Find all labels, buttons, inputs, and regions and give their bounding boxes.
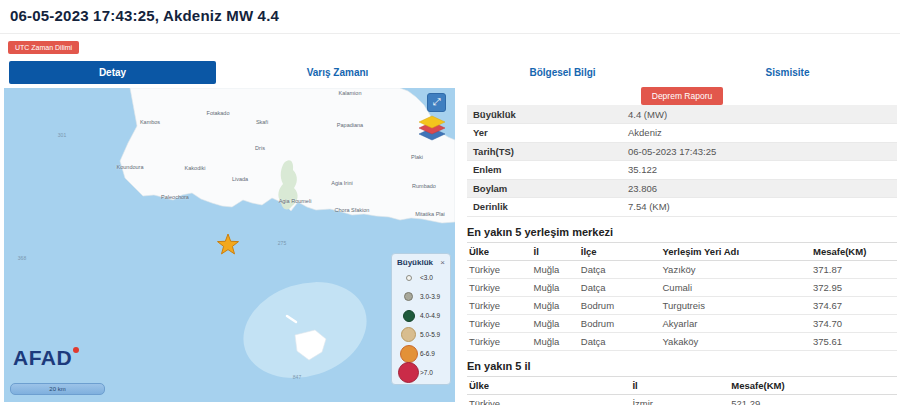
table-cell: 371.87 [811,260,897,278]
fullscreen-expand-icon[interactable]: ⤢ [427,93,446,112]
detail-value: 06-05-2023 17:43:25 [624,142,897,161]
table-cell: Türkiye [467,296,532,314]
legend-item: 3.0-3.9 [397,287,445,306]
table-cell: Cumali [660,278,811,296]
table-cell: Muğla [532,260,579,278]
nearest-provinces-table: ÜlkeİlMesafe(KM) Türkiyeİzmir521.29Türki… [467,376,897,405]
magnitude-circle-icon [400,345,418,363]
header-divider [0,33,900,34]
table-cell: Akyarlar [660,314,811,332]
nearest-settlements-table: ÜlkeİlİlçeYerleşim Yeri AdıMesafe(KM) Tü… [467,242,897,351]
magnitude-circle-icon [404,292,413,301]
table-cell: 372.95 [811,278,897,296]
detail-value: 7.54 (KM) [624,198,897,217]
detail-label: Büyüklük [467,105,624,124]
table-cell: Türkiye [467,314,532,332]
magnitude-circle-icon [406,275,412,281]
magnitude-circle-icon [401,327,416,342]
legend-label: 4.0-4.9 [420,312,440,319]
table-cell: İzmir [630,394,729,405]
tab-label: Detay [9,61,216,84]
table-cell: Türkiye [467,332,532,350]
details-table: Büyüklük4.4 (MW)YerAkdenizTarih(TS)06-05… [467,105,897,217]
table-cell: Türkiye [467,278,532,296]
magnitude-circle-icon [403,310,415,322]
legend-item: <3.0 [397,268,445,287]
map-scale-bar: 20 km [10,383,105,395]
column-header: İl [630,376,729,394]
earthquake-report-button[interactable]: Deprem Raporu [641,87,723,105]
table-cell: Datça [579,278,661,296]
afad-logo-dot [73,347,79,353]
detail-value: Akdeniz [624,124,897,143]
table-cell: 375.61 [811,332,897,350]
column-header: Mesafe(KM) [811,242,897,260]
tab-label: Bölgesel Bilgi [450,61,675,84]
magnitude-legend: Büyüklük × <3.03.0-3.94.0-4.95.0-5.96-6.… [391,253,451,385]
table-row: TürkiyeMuğlaDatçaCumali372.95 [467,278,897,296]
tab-label: Varış Zamanı [225,61,450,84]
tab-varis-zamani[interactable]: Varış Zamanı [225,61,450,84]
tab-label: Sismisite [675,61,900,84]
legend-item: 4.0-4.9 [397,306,445,325]
legend-items: <3.03.0-3.94.0-4.95.0-5.96-6.9>7.0 [397,268,445,382]
epicenter-star-icon [218,234,239,254]
map-canvas[interactable]: ⤢ KalamionFotakadoKambosSkafiPapadianaDr… [4,88,455,402]
table-row: TürkiyeMuğlaBodrumAkyarlar374.70 [467,314,897,332]
column-header: Mesafe(KM) [729,376,897,394]
table-cell: Yazıköy [660,260,811,278]
detail-panel: Deprem Raporu Büyüklük4.4 (MW)YerAkdeniz… [467,85,897,405]
column-header: İlçe [579,242,661,260]
table-cell: 374.67 [811,296,897,314]
tab-sismisite[interactable]: Sismisite [675,61,900,84]
legend-item: >7.0 [397,363,445,382]
legend-close-icon[interactable]: × [440,259,445,267]
detail-row: Büyüklük4.4 (MW) [467,105,897,124]
table-cell: Muğla [532,314,579,332]
tab-detay[interactable]: Detay [0,61,225,84]
nearest-settlements-title: En yakın 5 yerleşim merkezi [467,226,897,238]
legend-label: 5.0-5.9 [420,331,440,338]
table-cell: Muğla [532,332,579,350]
legend-item: 6-6.9 [397,344,445,363]
magnitude-circle-icon [398,362,419,383]
table-cell: 521.29 [729,394,897,405]
table-cell: Yakaköy [660,332,811,350]
detail-row: Derinlik7.54 (KM) [467,198,897,217]
table-row: Türkiyeİzmir521.29 [467,394,897,405]
tab-bolgesel-bilgi[interactable]: Bölgesel Bilgi [450,61,675,84]
column-header: Ülke [467,242,532,260]
detail-row: YerAkdeniz [467,124,897,143]
legend-label: 6-6.9 [420,350,435,357]
table-row: TürkiyeMuğlaBodrumTurgutreis374.67 [467,296,897,314]
detail-value: 23.806 [624,179,897,198]
shallow-water [231,267,379,393]
detail-label: Yer [467,124,624,143]
column-header: Ülke [467,376,630,394]
detail-value: 4.4 (MW) [624,105,897,124]
table-cell: Muğla [532,278,579,296]
table-cell: Datça [579,332,661,350]
table-cell: Bodrum [579,314,661,332]
table-cell: Türkiye [467,260,532,278]
table-row: TürkiyeMuğlaDatçaYakaköy375.61 [467,332,897,350]
detail-label: Tarih(TS) [467,142,624,161]
table-cell: Turgutreis [660,296,811,314]
legend-label: >7.0 [420,369,433,376]
detail-label: Derinlik [467,198,624,217]
detail-label: Enlem [467,161,624,180]
table-cell: Datça [579,260,661,278]
afad-logo: AFAD [13,346,79,370]
legend-item: 5.0-5.9 [397,325,445,344]
nearest-provinces-title: En yakın 5 il [467,360,897,372]
legend-label: <3.0 [420,274,433,281]
table-cell: Muğla [532,296,579,314]
detail-row: Enlem35.122 [467,161,897,180]
table-cell: Türkiye [467,394,630,405]
table-cell: Bodrum [579,296,661,314]
column-header: İl [532,242,579,260]
detail-row: Boylam23.806 [467,179,897,198]
table-row: TürkiyeMuğlaDatçaYazıköy371.87 [467,260,897,278]
utc-timezone-button[interactable]: UTC Zaman Dilimi [8,41,79,54]
table-cell: 374.70 [811,314,897,332]
